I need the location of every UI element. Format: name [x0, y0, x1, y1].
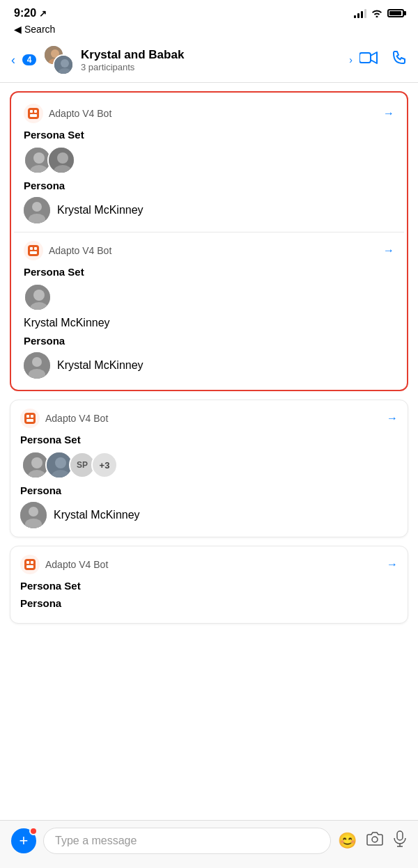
bot-name-3: Adapto V4 Bot	[45, 413, 108, 424]
persona-avatar-2a	[24, 283, 52, 311]
persona-label-3: Persona	[20, 484, 398, 496]
persona-avatar-3d: +3	[91, 452, 118, 478]
svg-rect-49	[397, 831, 403, 840]
add-badge	[29, 827, 38, 835]
back-button[interactable]: ‹	[11, 53, 15, 68]
persona-label-1: Persona	[24, 180, 394, 191]
chat-subtitle: 3 participants	[81, 62, 342, 72]
svg-point-4	[61, 59, 69, 68]
svg-point-48	[372, 837, 378, 842]
msg-header-2: Adapto V4 Bot →	[24, 241, 394, 260]
svg-rect-6	[359, 53, 371, 63]
msg-sender-4: Adapto V4 Bot	[20, 555, 108, 574]
header-actions	[359, 50, 407, 70]
svg-marker-7	[371, 52, 377, 63]
msg-sender-2: Adapto V4 Bot	[24, 241, 111, 260]
svg-rect-22	[30, 247, 33, 250]
svg-rect-21	[28, 245, 39, 256]
chat-avatar	[43, 45, 74, 75]
persona-set-avatars-1	[24, 146, 394, 174]
input-icons: 😊	[338, 830, 407, 851]
persona-avatar-sm-2	[24, 352, 50, 379]
msg-arrow-4[interactable]: →	[387, 558, 398, 571]
svg-point-16	[57, 152, 68, 164]
svg-rect-45	[26, 561, 29, 564]
chat-header: ‹ 4 Krystal and Babak 3 participants ›	[0, 39, 418, 83]
message-card-1: Adapto V4 Bot → Persona Set	[14, 95, 404, 232]
svg-rect-11	[30, 114, 37, 117]
status-right	[354, 8, 404, 19]
svg-point-42	[29, 507, 38, 516]
svg-rect-8	[28, 108, 39, 119]
mic-button[interactable]	[393, 830, 407, 851]
msg-arrow-3[interactable]: →	[387, 412, 398, 425]
video-call-button[interactable]	[359, 51, 378, 69]
phone-call-button[interactable]	[392, 50, 407, 70]
svg-rect-31	[24, 413, 36, 424]
add-button[interactable]: +	[11, 828, 36, 853]
persona-row-1: Krystal McKinney	[24, 197, 394, 223]
msg-sender-1: Adapto V4 Bot	[24, 104, 111, 123]
bot-name-4: Adapto V4 Bot	[45, 559, 108, 570]
svg-rect-9	[30, 110, 33, 113]
message-card-2: Adapto V4 Bot → Persona Set Krystal McKi…	[14, 232, 404, 387]
svg-rect-34	[26, 419, 33, 422]
persona-set-avatars-3: SP +3	[22, 451, 398, 479]
msg-arrow-2[interactable]: →	[383, 244, 394, 257]
messages-area: Adapto V4 Bot → Persona Set	[0, 83, 418, 686]
bot-avatar-4	[20, 555, 40, 574]
avatar-babak	[53, 54, 74, 75]
message-input[interactable]: Type a message	[43, 828, 331, 854]
message-card-3: Adapto V4 Bot → Persona Set SP	[10, 400, 408, 537]
persona-name-2: Krystal McKinney	[57, 359, 144, 372]
persona-label-2: Persona	[24, 335, 394, 347]
svg-rect-46	[31, 561, 33, 564]
search-bar[interactable]: ◀ Search	[0, 22, 418, 39]
status-time: 9:20	[14, 7, 36, 19]
svg-rect-44	[24, 559, 36, 570]
svg-rect-47	[26, 565, 33, 568]
message-card-4: Adapto V4 Bot → Persona Set Persona	[10, 546, 408, 624]
svg-rect-32	[26, 415, 29, 418]
svg-point-39	[55, 457, 66, 468]
bot-name-1: Adapto V4 Bot	[49, 108, 111, 119]
persona-set-label-1: Persona Set	[24, 129, 394, 141]
svg-rect-33	[31, 415, 33, 418]
persona-set-avatars-2	[24, 283, 394, 311]
bot-avatar-3	[20, 409, 40, 428]
header-chevron[interactable]: ›	[349, 54, 353, 65]
status-arrow: ↗	[39, 8, 47, 19]
svg-point-36	[31, 457, 42, 468]
persona-avatar-sm-1	[24, 197, 50, 223]
msg-header-1: Adapto V4 Bot →	[24, 104, 394, 123]
persona-set-label-4: Persona Set	[20, 580, 398, 592]
msg-arrow-1[interactable]: →	[383, 107, 394, 120]
persona-avatar-1b	[47, 146, 75, 174]
persona-set-label-3: Persona Set	[20, 434, 398, 445]
emoji-button[interactable]: 😊	[338, 832, 357, 850]
highlighted-messages: Adapto V4 Bot → Persona Set	[10, 91, 408, 391]
msg-header-3: Adapto V4 Bot →	[20, 409, 398, 428]
persona-set-row-2: Krystal McKinney	[24, 317, 394, 329]
search-label: Search	[24, 24, 55, 35]
persona-row-3: Krystal McKinney	[20, 502, 398, 528]
svg-point-29	[32, 357, 42, 367]
bot-avatar-1	[24, 104, 43, 123]
wifi-icon	[371, 8, 383, 19]
msg-sender-3: Adapto V4 Bot	[20, 409, 108, 428]
signal-icon	[354, 8, 366, 18]
persona-name-3: Krystal McKinney	[54, 509, 140, 521]
persona-set-label-2: Persona Set	[24, 266, 394, 278]
svg-rect-24	[30, 251, 37, 254]
svg-point-19	[32, 202, 42, 212]
camera-button[interactable]	[366, 831, 383, 851]
bot-avatar-2	[24, 241, 43, 260]
header-info: Krystal and Babak 3 participants	[81, 48, 342, 72]
persona-avatar-sm-3	[20, 502, 47, 528]
persona-set-name-2: Krystal McKinney	[24, 317, 110, 329]
persona-row-2: Krystal McKinney	[24, 352, 394, 379]
persona-name-1: Krystal McKinney	[57, 204, 144, 216]
chat-title: Krystal and Babak	[81, 48, 342, 62]
message-placeholder: Type a message	[55, 835, 137, 846]
unread-badge: 4	[22, 54, 36, 65]
